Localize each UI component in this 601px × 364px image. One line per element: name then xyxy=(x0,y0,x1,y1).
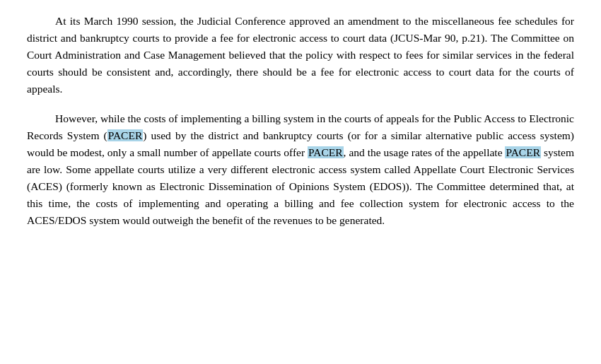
paragraph-2-text: However, while the costs of implementing… xyxy=(27,110,574,229)
paragraph-2: However, while the costs of implementing… xyxy=(27,110,574,229)
paragraph-1-text: At its March 1990 session, the Judicial … xyxy=(27,13,574,98)
pacer-highlight-1: PACER xyxy=(107,129,144,141)
pacer-highlight-2: PACER xyxy=(308,146,344,158)
pacer-highlight-3: PACER xyxy=(505,146,541,158)
p2-text-3: , and the usage rates of the appellate xyxy=(344,146,506,158)
document-body: At its March 1990 session, the Judicial … xyxy=(27,13,574,229)
paragraph-1: At its March 1990 session, the Judicial … xyxy=(27,13,574,98)
p1-text: At its March 1990 session, the Judicial … xyxy=(27,15,574,95)
